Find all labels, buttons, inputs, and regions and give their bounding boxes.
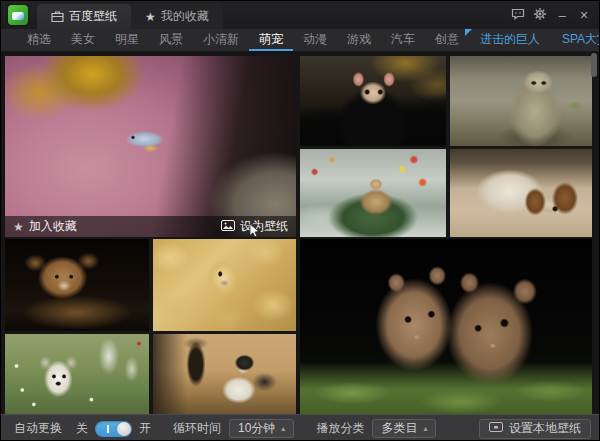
toggle-knob[interactable] bbox=[117, 422, 131, 436]
category-featured[interactable]: 精选 bbox=[17, 29, 61, 51]
toggle-off-label: 关 bbox=[76, 420, 88, 437]
category-bar: 精选 美女 明星 风景 小清新 萌宠 动漫 游戏 汽车 创意 进击的巨人 SPA… bbox=[1, 29, 599, 51]
category-creative[interactable]: 创意 bbox=[425, 29, 469, 51]
close-icon: × bbox=[580, 7, 588, 23]
toggle-on-label: 开 bbox=[139, 420, 151, 437]
scrollbar-thumb[interactable] bbox=[591, 53, 597, 77]
set-wallpaper-label: 设为壁纸 bbox=[240, 218, 288, 235]
special-category-group: 进击的巨人 SPA大赏 史大力 欢乐六一 bbox=[469, 29, 600, 51]
category-stars[interactable]: 明星 bbox=[105, 29, 149, 51]
auto-change-label: 自动更换 bbox=[14, 420, 62, 437]
tab-label: 百度壁纸 bbox=[69, 8, 117, 25]
set-local-wallpaper-button[interactable]: 设置本地壁纸 bbox=[479, 419, 591, 439]
photo-cougar[interactable] bbox=[5, 239, 149, 331]
bottombar: 自动更换 关 开 循环时间 10分钟 ▴ 播放分类 多类目 ▴ 设置本地壁纸 bbox=[1, 414, 599, 441]
category-cars[interactable]: 汽车 bbox=[381, 29, 425, 51]
photo-sleeping-dog[interactable] bbox=[450, 149, 592, 237]
tab-label: 我的收藏 bbox=[161, 8, 209, 25]
set-wallpaper-button[interactable]: 设为壁纸 bbox=[221, 218, 288, 235]
category-anime[interactable]: 动漫 bbox=[293, 29, 337, 51]
cursor-icon bbox=[249, 224, 260, 237]
new-flag-icon bbox=[465, 29, 472, 36]
briefcase-icon bbox=[51, 11, 64, 22]
photo-rabbit-christmas[interactable] bbox=[300, 149, 446, 237]
photo-grid: ★ 加入收藏 设为壁纸 bbox=[1, 51, 599, 414]
cycle-time-label: 循环时间 bbox=[173, 420, 221, 437]
chevron-up-icon: ▴ bbox=[423, 424, 427, 433]
category-special-titan[interactable]: 进击的巨人 bbox=[469, 29, 551, 51]
app-window: 百度壁纸 ★ 我的收藏 – × 精选 美女 明星 风景 小清新 bbox=[0, 0, 600, 441]
star-icon: ★ bbox=[145, 11, 156, 23]
photo-cat-sewing-machine[interactable] bbox=[153, 334, 296, 414]
photo-wild-cat[interactable] bbox=[450, 56, 592, 146]
cycle-time-value: 10分钟 bbox=[238, 420, 275, 437]
picture-icon bbox=[221, 220, 235, 234]
category-games[interactable]: 游戏 bbox=[337, 29, 381, 51]
tab-baidu-wallpaper[interactable]: 百度壁纸 bbox=[37, 4, 131, 29]
app-logo-icon bbox=[8, 5, 28, 25]
chevron-up-icon: ▴ bbox=[281, 424, 285, 433]
category-fresh[interactable]: 小清新 bbox=[193, 29, 249, 51]
close-button[interactable]: × bbox=[573, 5, 595, 25]
category-beauty[interactable]: 美女 bbox=[61, 29, 105, 51]
photo-ducklings[interactable] bbox=[153, 239, 296, 331]
play-category-dropdown[interactable]: 多类目 ▴ bbox=[372, 419, 436, 438]
speech-bubble-icon bbox=[511, 8, 525, 23]
star-icon: ★ bbox=[13, 221, 24, 233]
add-favorite-button[interactable]: ★ 加入收藏 bbox=[13, 218, 77, 235]
auto-change-toggle[interactable] bbox=[95, 421, 132, 437]
play-category-label: 播放分类 bbox=[316, 420, 364, 437]
photo-mouse-in-boot[interactable] bbox=[300, 56, 446, 146]
settings-button[interactable] bbox=[529, 5, 551, 25]
titlebar: 百度壁纸 ★ 我的收藏 – × bbox=[1, 1, 599, 29]
add-favorite-label: 加入收藏 bbox=[29, 218, 77, 235]
photo-husky-puppy[interactable] bbox=[5, 334, 149, 414]
titlebar-controls: – × bbox=[507, 1, 595, 29]
minimize-button[interactable]: – bbox=[551, 5, 573, 25]
tab-my-favorites[interactable]: ★ 我的收藏 bbox=[131, 4, 223, 29]
minimize-icon: – bbox=[558, 8, 565, 23]
play-category-value: 多类目 bbox=[381, 420, 417, 437]
category-pets-active[interactable]: 萌宠 bbox=[249, 29, 293, 51]
gear-icon bbox=[533, 7, 547, 24]
set-local-wallpaper-label: 设置本地壁纸 bbox=[509, 420, 581, 437]
feedback-button[interactable] bbox=[507, 5, 529, 25]
scrollbar[interactable] bbox=[591, 51, 598, 414]
category-special-spa[interactable]: SPA大赏 bbox=[551, 29, 600, 51]
photo-two-mice[interactable] bbox=[300, 239, 592, 414]
photo-hover-overlay: ★ 加入收藏 设为壁纸 bbox=[5, 216, 296, 237]
category-scenery[interactable]: 风景 bbox=[149, 29, 193, 51]
photo-coral-fish[interactable]: ★ 加入收藏 设为壁纸 bbox=[5, 56, 296, 237]
monitor-icon bbox=[489, 422, 503, 436]
cycle-time-dropdown[interactable]: 10分钟 ▴ bbox=[229, 419, 294, 438]
